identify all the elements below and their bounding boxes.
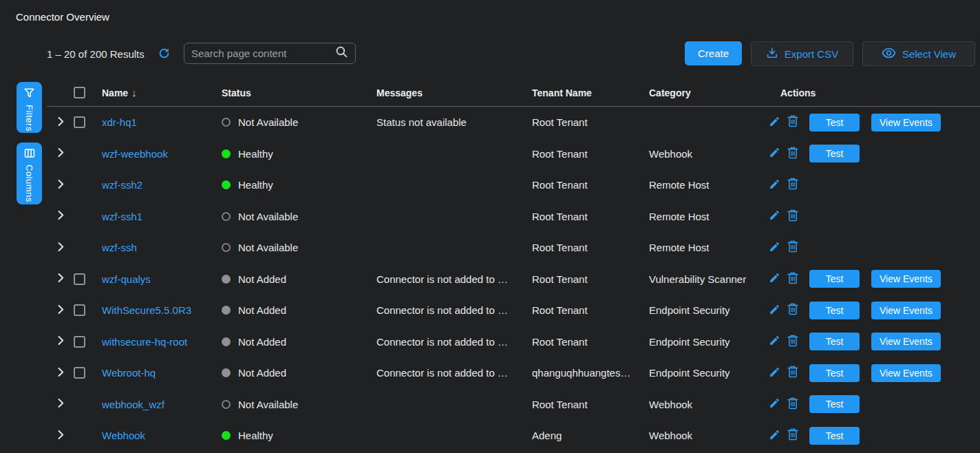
expand-cell xyxy=(47,304,69,317)
edit-button[interactable] xyxy=(769,304,780,317)
row-checkbox[interactable] xyxy=(74,336,85,348)
view-events-button[interactable]: View Events xyxy=(871,302,941,319)
search-box xyxy=(184,43,356,64)
chevron-right-icon xyxy=(58,116,64,129)
test-button[interactable]: Test xyxy=(809,270,860,288)
trash-icon xyxy=(787,178,798,192)
header-actions: Actions xyxy=(763,87,980,98)
row-name-link[interactable]: withsecure-hq-root xyxy=(102,336,187,348)
row-category: Endpoint Security xyxy=(649,304,730,316)
edit-icon xyxy=(769,209,780,223)
expand-row-button[interactable] xyxy=(58,398,64,410)
row-checkbox[interactable] xyxy=(74,273,85,285)
edit-button[interactable] xyxy=(769,366,780,380)
edit-button[interactable] xyxy=(769,272,780,286)
expand-row-button[interactable] xyxy=(58,147,64,160)
status-label: Not Available xyxy=(238,399,298,410)
edit-button[interactable] xyxy=(769,429,780,443)
refresh-button[interactable] xyxy=(157,47,171,61)
delete-button[interactable] xyxy=(787,428,798,443)
select-view-button[interactable]: Select View xyxy=(862,41,975,66)
delete-button[interactable] xyxy=(787,240,798,255)
view-events-button[interactable]: View Events xyxy=(871,114,941,131)
test-button[interactable]: Test xyxy=(809,364,860,382)
edit-button[interactable] xyxy=(769,335,780,348)
row-name-link[interactable]: Webroot-hq xyxy=(102,367,156,379)
delete-button[interactable] xyxy=(787,366,798,380)
row-tenant: Root Tenant xyxy=(532,336,588,348)
row-name-link[interactable]: wzf-ssh xyxy=(102,242,137,253)
expand-row-button[interactable] xyxy=(58,367,64,379)
test-button[interactable]: Test xyxy=(809,114,860,131)
header-name[interactable]: Name↓ xyxy=(96,87,216,98)
expand-cell xyxy=(47,116,69,129)
select-view-label: Select View xyxy=(902,48,956,60)
delete-button[interactable] xyxy=(787,397,798,412)
row-name-link[interactable]: webhook_wzf xyxy=(102,399,164,410)
edit-icon xyxy=(769,241,780,255)
test-button[interactable]: Test xyxy=(809,395,860,413)
expand-row-button[interactable] xyxy=(58,116,64,129)
test-button[interactable]: Test xyxy=(809,302,860,319)
search-input[interactable] xyxy=(191,48,335,59)
tab-filters[interactable]: Filters xyxy=(17,82,42,133)
row-checkbox[interactable] xyxy=(74,367,85,379)
row-checkbox[interactable] xyxy=(74,116,85,128)
edit-button[interactable] xyxy=(769,116,780,129)
status-cell: Not Added xyxy=(216,304,371,316)
status-label: Healthy xyxy=(238,148,273,160)
row-name-link[interactable]: xdr-hq1 xyxy=(102,116,137,128)
delete-button[interactable] xyxy=(787,335,798,349)
test-button[interactable]: Test xyxy=(809,333,860,350)
status-label: Not Available xyxy=(238,116,298,128)
edit-button[interactable] xyxy=(769,178,780,192)
tenant-cell: qhanguqhhuangtes… xyxy=(526,367,643,379)
view-events-button[interactable]: View Events xyxy=(871,364,941,382)
expand-row-button[interactable] xyxy=(58,304,64,317)
chevron-right-icon xyxy=(58,179,64,191)
eye-icon xyxy=(882,48,896,61)
view-events-button[interactable]: View Events xyxy=(871,333,941,350)
expand-row-button[interactable] xyxy=(58,179,64,191)
expand-row-button[interactable] xyxy=(58,430,64,442)
actions-cell xyxy=(763,178,980,192)
view-events-button[interactable]: View Events xyxy=(871,270,941,288)
row-name-link[interactable]: wzf-ssh1 xyxy=(102,211,142,222)
test-button[interactable]: Test xyxy=(809,427,860,445)
table-row: Webhook Healthy Adeng Webhook Test xyxy=(47,420,980,452)
name-cell: WithSecure5.5.0R3 xyxy=(96,304,216,316)
expand-row-button[interactable] xyxy=(58,273,64,285)
edit-button[interactable] xyxy=(769,209,780,223)
delete-button[interactable] xyxy=(787,178,798,192)
delete-button[interactable] xyxy=(787,303,798,317)
message-cell: Connector is not added to … xyxy=(371,336,526,348)
row-message: Connector is not added to … xyxy=(376,304,508,316)
row-name-link[interactable]: WithSecure5.5.0R3 xyxy=(102,304,191,316)
row-tenant: Root Tenant xyxy=(532,399,588,410)
row-name-link[interactable]: Webhook xyxy=(102,430,145,441)
edit-button[interactable] xyxy=(769,147,780,160)
row-category: Endpoint Security xyxy=(649,367,730,379)
edit-icon xyxy=(769,147,780,160)
select-all-checkbox[interactable] xyxy=(74,87,85,98)
search-icon[interactable] xyxy=(335,45,348,61)
tenant-cell: Root Tenant xyxy=(526,148,643,160)
row-name-link[interactable]: wzf-qualys xyxy=(102,273,151,285)
delete-button[interactable] xyxy=(787,209,798,224)
expand-row-button[interactable] xyxy=(58,210,64,222)
delete-button[interactable] xyxy=(787,272,798,286)
expand-row-button[interactable] xyxy=(58,242,64,254)
row-checkbox[interactable] xyxy=(74,304,85,316)
delete-button[interactable] xyxy=(787,147,798,161)
test-button[interactable]: Test xyxy=(809,145,860,162)
export-csv-button[interactable]: Export CSV xyxy=(751,41,853,66)
row-name-link[interactable]: wzf-weebhook xyxy=(102,148,168,160)
create-button[interactable]: Create xyxy=(685,41,742,65)
expand-row-button[interactable] xyxy=(58,335,64,348)
tab-columns[interactable]: Columns xyxy=(17,143,42,204)
edit-button[interactable] xyxy=(769,397,780,411)
delete-button[interactable] xyxy=(787,115,798,129)
edit-button[interactable] xyxy=(769,241,780,255)
trash-icon xyxy=(787,428,798,443)
row-name-link[interactable]: wzf-ssh2 xyxy=(102,179,142,191)
